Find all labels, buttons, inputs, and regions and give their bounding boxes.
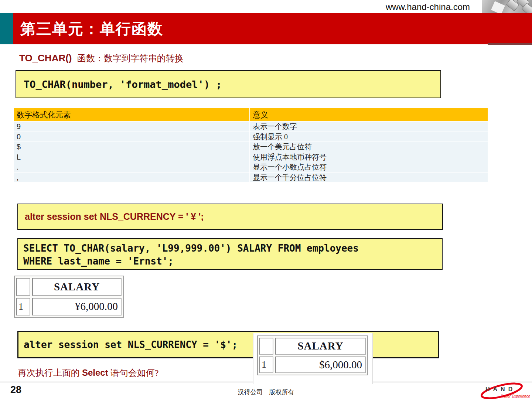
question-keyword: Select [82,368,108,378]
query-result-table-dollar: SALARY 1 $6,000.00 [257,335,368,375]
subtitle-function-name: TO_CHAR() [19,52,72,64]
syntax-code-box: TO_CHAR(number, 'format_model') ; [16,70,441,98]
logo-separator [475,383,475,399]
keyboard-photo-highlight [491,1,505,13]
result-salary-header: SALARY [275,338,366,355]
page-title: 第三单元：单行函数 [20,13,163,44]
section-subtitle: TO_CHAR() 函数：数字到字符串的转换 [19,52,184,64]
alter-session-yen-code: alter session set NLS_CURRENCY = ' ¥ '; [18,211,204,222]
table-cell-element: 9 [14,122,249,132]
result-salary-value: $6,000.00 [275,357,366,374]
question-post: 语句会如何? [108,368,159,378]
table-cell-meaning: 显示一个千分位占位符 [250,173,488,183]
hand-logo: HAND Better Experience [480,383,530,398]
slide: www.hand-china.com 第三单元：单行函数 TO_CHAR() 函… [0,0,532,399]
table-cell-meaning: 使用浮点本地币种符号 [250,152,488,162]
result-rownum-header [16,278,30,296]
table-cell-element: L [14,152,249,162]
site-url: www.hand-china.com [386,2,470,12]
table-cell-meaning: 放一个美元占位符 [250,142,488,152]
table-cell-element: $ [14,142,249,152]
format-elements-table: 数字格式化元素 意义 9 表示一个数字 0 强制显示 0 $ 放一个美元占位符 … [14,108,488,182]
result-row-number: 1 [16,298,30,316]
title-banner: 第三单元：单行函数 [13,13,532,44]
table-cell-element: . [14,162,249,172]
alter-session-dollar-code: alter session set NLS_CURRENCY = '$'; [18,339,238,350]
result-salary-value: ¥6,000.00 [32,298,122,316]
banner-shadow [488,43,532,45]
alter-session-dollar-box: alter session set NLS_CURRENCY = '$'; [17,331,439,358]
select-statement-box: SELECT TO_CHAR(salary, 'L99,999.00') SAL… [17,238,443,270]
alter-session-yen-box: alter session set NLS_CURRENCY = ' ¥ '; [17,204,443,230]
banner-accent-block [0,13,13,44]
subtitle-description: 函数：数字到字符串的转换 [77,54,184,63]
table-header-element: 数字格式化元素 [14,108,249,121]
select-code-line1: SELECT TO_CHAR(salary, 'L99,999.00') SAL… [23,242,442,255]
question-text: 再次执行上面的 Select 语句会如何? [18,367,158,379]
query-result-table-yen: SALARY 1 ¥6,000.00 [14,276,124,318]
logo-tagline: Better Experience [501,394,531,398]
syntax-code: TO_CHAR(number, 'format_model') ; [16,79,222,90]
copyright-text: 汉得公司 版权所有 [0,388,532,396]
keyboard-photo [482,0,532,13]
result-row-number: 1 [259,357,273,374]
table-cell-meaning: 显示一个小数点占位符 [250,162,488,172]
logo-letters: HAND [485,386,516,393]
table-cell-meaning: 表示一个数字 [250,122,488,132]
select-code-line2: WHERE last_name = 'Ernst'; [23,255,442,268]
query-result-panel-dollar: SALARY 1 $6,000.00 [253,333,373,384]
result-rownum-header [259,338,273,355]
table-cell-element: , [14,173,249,183]
table-header-meaning: 意义 [250,108,488,121]
question-pre: 再次执行上面的 [18,368,82,378]
table-cell-element: 0 [14,132,249,142]
table-cell-meaning: 强制显示 0 [250,132,488,142]
result-salary-header: SALARY [32,278,122,296]
